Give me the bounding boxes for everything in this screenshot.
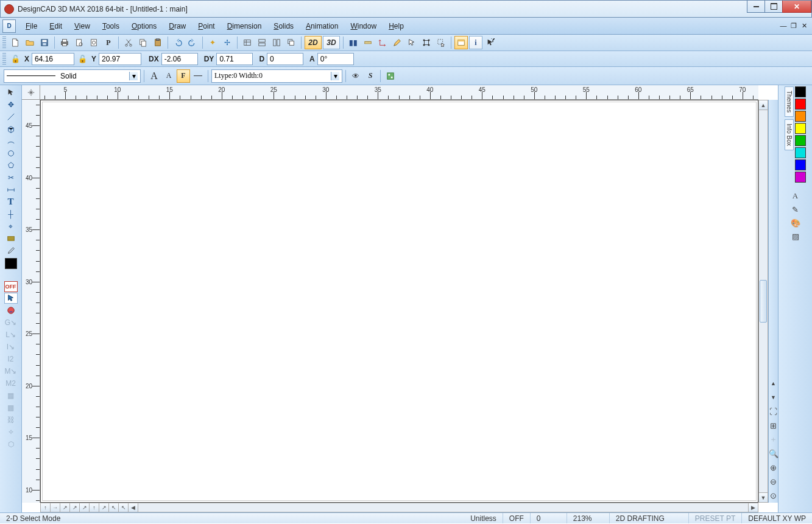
menu-animation[interactable]: Animation — [300, 19, 344, 33]
lock-y-icon[interactable]: 🔓 — [76, 52, 89, 66]
zoom-extents-icon[interactable]: ⛶ — [768, 405, 780, 417]
status-units[interactable]: Unitless — [464, 513, 503, 523]
status-layer[interactable]: 0 — [531, 513, 567, 523]
zoom-out-icon[interactable]: ⊖ — [768, 475, 780, 487]
scroll-right-icon[interactable]: ▶ — [748, 503, 758, 512]
view-up-icon[interactable]: ▲ — [768, 377, 780, 390]
info-icon[interactable]: i — [469, 36, 482, 49]
view-tab-5[interactable]: ↑ — [90, 503, 99, 512]
command-panel-icon[interactable] — [454, 36, 468, 49]
view-tab-4[interactable]: ↗ — [80, 503, 90, 512]
trim-tool-icon[interactable]: ✂ — [5, 172, 17, 183]
paper-icon[interactable] — [87, 36, 101, 49]
regen-icon[interactable]: ✢ — [221, 36, 234, 49]
color-swatch-4[interactable] — [795, 135, 806, 146]
misc2-icon[interactable]: ⬡ — [5, 438, 17, 450]
drafting-cursor-icon[interactable] — [4, 293, 18, 304]
polygon-tool-icon[interactable] — [5, 159, 17, 171]
shading-icon[interactable] — [5, 304, 17, 316]
print-icon[interactable] — [58, 36, 71, 49]
color-swatch-6[interactable] — [795, 159, 806, 170]
color-swatch-7[interactable] — [795, 172, 806, 183]
y-input[interactable] — [99, 53, 141, 65]
tile-h-icon[interactable] — [255, 36, 269, 49]
hatch-tool-icon[interactable] — [5, 232, 17, 244]
misc1-icon[interactable]: ✧ — [5, 426, 17, 438]
view-tab-8[interactable]: ↖ — [119, 503, 129, 512]
select-region-icon[interactable] — [434, 36, 448, 49]
horizontal-scrollbar[interactable]: ↑→↗↗↗↑↗↖↖◀ ▶ — [40, 503, 758, 512]
eyedropper-tool-icon[interactable] — [5, 245, 17, 256]
ltype-width-combo[interactable]: Ltype:0 Width:0 ▾ — [211, 69, 342, 83]
zoom-all-icon[interactable]: ⊙ — [768, 489, 780, 501]
sparkle-icon[interactable]: ✦ — [206, 36, 219, 49]
view-tab-6[interactable]: ↗ — [99, 503, 109, 512]
grid-toggle-icon[interactable]: ⊞ — [768, 419, 780, 431]
grid2-icon[interactable]: ▦ — [5, 402, 17, 413]
layer-icon[interactable] — [241, 36, 254, 49]
color-swatch-3[interactable] — [795, 123, 806, 134]
view-tab-7[interactable]: ↖ — [109, 503, 119, 512]
mdi-system-icon[interactable]: D — [2, 19, 16, 33]
menu-window[interactable]: Window — [344, 19, 383, 33]
snap-i-icon[interactable]: I↘ — [5, 341, 17, 352]
color-swatch-2[interactable] — [795, 111, 806, 122]
snap-l-icon[interactable]: L↘ — [5, 329, 17, 340]
snap-tool-icon[interactable]: ⌖ — [5, 220, 17, 232]
color-swatch-1[interactable] — [795, 99, 806, 110]
mode-3d-button[interactable]: 3D — [323, 36, 340, 49]
tile-v-icon[interactable] — [270, 36, 283, 49]
mdi-minimize-button[interactable]: — — [779, 21, 788, 30]
menu-tools[interactable]: Tools — [96, 19, 125, 33]
mdi-close-button[interactable]: ✕ — [800, 21, 808, 30]
pencil-icon[interactable] — [390, 36, 404, 49]
open-file-icon[interactable] — [23, 36, 37, 49]
menu-point[interactable]: Point — [192, 19, 221, 33]
status-preset[interactable]: PRESET PT — [689, 513, 742, 523]
text-style-icon[interactable]: A — [789, 190, 802, 202]
paper-space-icon[interactable]: P — [102, 36, 115, 49]
mode-2d-button[interactable]: 2D — [305, 36, 322, 49]
undo-icon[interactable] — [171, 36, 185, 49]
font-small-button[interactable]: A — [162, 69, 175, 83]
new-file-icon[interactable] — [9, 36, 22, 49]
close-button[interactable] — [782, 1, 811, 13]
menu-file[interactable]: File — [19, 19, 43, 33]
handles-icon[interactable] — [420, 36, 433, 49]
menu-draw[interactable]: Draw — [163, 19, 192, 33]
line-tool-icon[interactable] — [5, 111, 17, 122]
snap-i2-icon[interactable]: I2 — [5, 353, 17, 365]
line-thin-icon[interactable] — [191, 69, 205, 83]
zoom-window-icon[interactable]: 🔍 — [768, 447, 780, 459]
status-zoom[interactable]: 213% — [567, 513, 610, 523]
style-s-button[interactable]: S — [364, 69, 377, 83]
x-input[interactable] — [32, 53, 74, 65]
view-tab-3[interactable]: ↗ — [70, 503, 80, 512]
status-workplane[interactable]: DEFAULT XY WP — [742, 513, 812, 523]
circle-tool-icon[interactable] — [5, 147, 17, 159]
canvas[interactable] — [40, 100, 758, 503]
cursor-arrow-icon[interactable] — [405, 36, 418, 49]
view-tab-0[interactable]: ↑ — [41, 503, 51, 512]
axes-icon[interactable] — [376, 36, 389, 49]
toolbar-grip[interactable] — [2, 37, 6, 49]
chevron-down-icon[interactable]: ▾ — [129, 72, 138, 80]
snap-m2-icon[interactable]: M2 — [5, 377, 17, 389]
status-snap[interactable]: OFF — [503, 513, 531, 523]
eye-icon[interactable]: 👁 — [349, 69, 362, 83]
scroll-track[interactable] — [138, 503, 748, 512]
zoom-in-icon[interactable]: ⊕ — [768, 461, 780, 473]
color-swatch-0[interactable] — [795, 86, 806, 97]
linestyle-combo[interactable]: Solid ▾ — [4, 69, 141, 83]
maximize-button[interactable] — [764, 1, 783, 13]
grid1-icon[interactable]: ▦ — [5, 390, 17, 401]
add-view-icon[interactable]: ＋ — [768, 433, 780, 445]
scroll-down-icon[interactable]: ▼ — [759, 492, 768, 502]
menu-dimension[interactable]: Dimension — [221, 19, 268, 33]
osnap-off-button[interactable]: OFF — [4, 281, 18, 292]
menu-solids[interactable]: Solids — [267, 19, 300, 33]
lock-x-icon[interactable]: 🔓 — [9, 52, 22, 66]
dy-input[interactable] — [216, 53, 253, 65]
view-tab-1[interactable]: → — [51, 503, 60, 512]
cascade-icon[interactable] — [284, 36, 298, 49]
